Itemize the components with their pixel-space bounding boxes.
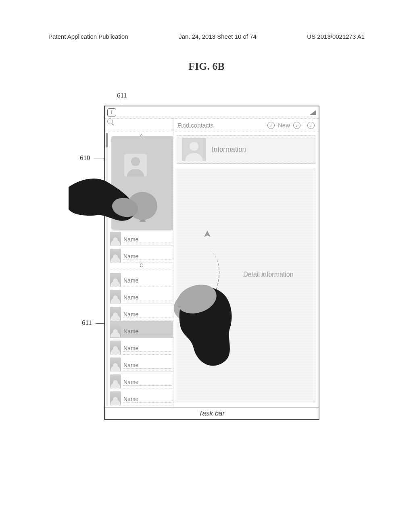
search-column-header xyxy=(105,118,173,132)
avatar-icon xyxy=(110,290,121,303)
right-header: Find contacts i New i i xyxy=(173,118,319,132)
new-button[interactable]: New xyxy=(278,122,290,129)
figure-title: FIG. 6B xyxy=(0,60,413,73)
list-item[interactable]: Name xyxy=(110,389,173,405)
status-info-label: i xyxy=(111,110,113,115)
ref-label-610: 610 xyxy=(80,154,90,162)
gesture-arrow-icon xyxy=(203,230,211,241)
avatar-icon xyxy=(110,307,121,320)
header-center: Jan. 24, 2013 Sheet 10 of 74 xyxy=(179,33,257,40)
search-input[interactable]: Find contacts xyxy=(177,122,213,129)
task-bar-label: Task bar xyxy=(199,409,225,418)
scrollbar-thumb[interactable] xyxy=(106,133,108,148)
contact-name: Name xyxy=(123,396,173,403)
contact-name: Name xyxy=(123,253,173,260)
toolbar: Find contacts i New i i xyxy=(105,118,319,132)
card-info-label: Information xyxy=(212,145,246,154)
card-avatar-icon xyxy=(182,138,206,161)
search-icon[interactable] xyxy=(107,118,113,124)
avatar-icon xyxy=(110,341,121,354)
list-item[interactable]: Name xyxy=(110,372,173,389)
lead-line-610 xyxy=(94,158,104,158)
divider xyxy=(304,122,304,129)
info-icon-2[interactable]: i xyxy=(293,122,300,129)
status-bar: i xyxy=(105,106,319,118)
contact-summary-card[interactable]: Information xyxy=(177,135,315,164)
header-right: US 2013/0021273 A1 xyxy=(307,33,365,40)
hand-right-icon xyxy=(165,276,262,372)
status-info-icon[interactable]: i xyxy=(107,108,116,116)
header-left: Patent Application Publication xyxy=(48,33,128,40)
avatar-icon xyxy=(110,324,121,337)
ref-label-611-mid: 611 xyxy=(82,319,92,327)
info-icon-3[interactable]: i xyxy=(307,122,315,129)
list-item[interactable]: Name xyxy=(110,246,173,263)
avatar-icon xyxy=(110,249,121,262)
avatar-icon xyxy=(110,357,121,371)
contact-name: Name xyxy=(123,379,173,386)
page-header: Patent Application Publication Jan. 24, … xyxy=(48,33,365,40)
task-bar[interactable]: Task bar xyxy=(105,407,319,419)
list-item[interactable]: Name xyxy=(110,355,173,372)
alpha-header-c: C xyxy=(110,263,173,270)
avatar-icon xyxy=(110,273,121,287)
hand-left-icon xyxy=(69,171,149,239)
avatar-icon xyxy=(110,374,121,388)
signal-icon xyxy=(310,110,316,115)
ref-label-611-top: 611 xyxy=(117,91,127,100)
list-item-selected[interactable]: Name xyxy=(110,321,173,338)
list-item[interactable]: Name xyxy=(110,338,173,355)
list-item[interactable]: Name xyxy=(110,405,173,407)
info-icon-1[interactable]: i xyxy=(267,122,275,129)
avatar-icon xyxy=(110,391,121,405)
